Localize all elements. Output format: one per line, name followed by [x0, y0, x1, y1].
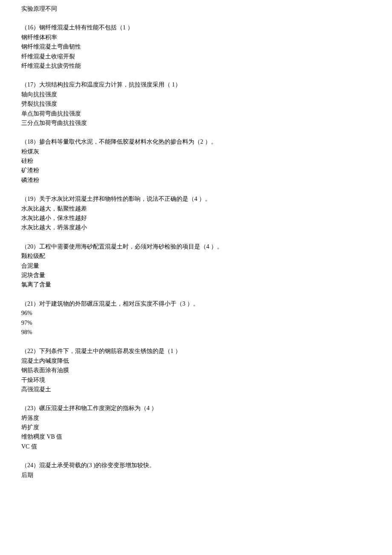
question-stem: （24）混凝土承受荷载的(3 )的徐变变形增加较快。 — [21, 461, 371, 470]
question-option: 单点加荷弯曲抗拉强度 — [21, 109, 371, 119]
question-option: 97% — [21, 318, 371, 328]
question-option: 泥块含量 — [21, 271, 371, 280]
question-stem: （21）对于建筑物的外部碾压混凝土，相对压实度不得小于（3 ）。 — [21, 299, 371, 309]
question-option: 钢纤维体积率 — [21, 33, 371, 42]
question-stem: （20）工程中需要使用海砂配置混凝土时，必须对海砂检验的项目是（4 ）。 — [21, 242, 371, 251]
question-stem: （17）大坝结构拉应力和温度应力计算，抗拉强度采用（ 1） — [21, 80, 371, 90]
question-option: 轴向抗拉强度 — [21, 90, 371, 99]
spacer — [21, 337, 371, 347]
question-option: 三分点加荷弯曲抗拉强度 — [21, 119, 371, 128]
questions-container: （16）钢纤维混凝土特有性能不包括（1 ）钢纤维体积率钢纤维混凝土弯曲韧性纤维混… — [21, 23, 371, 480]
question-option: 维勃稠度 VB 值 — [21, 432, 371, 442]
question-option: 坍扩度 — [21, 423, 371, 432]
question-option: 合泥量 — [21, 261, 371, 271]
question-option: 坍落度 — [21, 413, 371, 423]
question-option: VC 值 — [21, 442, 371, 451]
question-option: 纤维混凝土抗疲劳性能 — [21, 61, 371, 71]
question-option: 氯离了含量 — [21, 280, 371, 289]
question-option: 水灰比越大，坍落度越小 — [21, 223, 371, 232]
spacer — [21, 290, 371, 299]
question-option: 矿渣粉 — [21, 166, 371, 175]
question-option: 劈裂抗拉强度 — [21, 99, 371, 109]
question-stem: （23）碾压混凝土拌和物工作度测定的指标为（4 ） — [21, 404, 371, 413]
spacer — [21, 394, 371, 404]
question-option: 混凝土内碱度降低 — [21, 356, 371, 366]
spacer — [21, 128, 371, 137]
question-option: 后期 — [21, 471, 371, 480]
question-stem: （22）下列条件下，混凝土中的钢筋容易发生锈蚀的是（1 ） — [21, 347, 371, 356]
spacer — [21, 233, 371, 242]
spacer — [21, 14, 371, 23]
question-option: 98% — [21, 328, 371, 337]
question-option: 干燥环境 — [21, 376, 371, 385]
spacer — [21, 185, 371, 194]
question-option: 磷渣粉 — [21, 176, 371, 185]
question-option: 粉煤灰 — [21, 147, 371, 156]
question-option: 水灰比越小，保水性越好 — [21, 214, 371, 223]
question-stem: （18）掺合料等量取代水泥，不能降低胶凝材料水化热的掺合料为（2 ）。 — [21, 137, 371, 147]
question-option: 96% — [21, 309, 371, 318]
question-option: 硅粉 — [21, 156, 371, 166]
question-option: 颗粒级配 — [21, 251, 371, 261]
question-option: 水灰比越大，黏聚性越差 — [21, 204, 371, 214]
question-stem: （19）关于水灰比对混凝土拌和物特性的影响，说法不正确的是（4 ）。 — [21, 194, 371, 204]
question-option: 纤维混凝土收缩开裂 — [21, 52, 371, 61]
question-option: 钢筋表面涂有油膜 — [21, 366, 371, 375]
pre-line: 实验原理不同 — [21, 4, 371, 14]
question-option: 钢纤维混凝土弯曲韧性 — [21, 42, 371, 52]
spacer — [21, 451, 371, 461]
question-stem: （16）钢纤维混凝土特有性能不包括（1 ） — [21, 23, 371, 32]
question-option: 高强混凝土 — [21, 385, 371, 394]
spacer — [21, 71, 371, 80]
